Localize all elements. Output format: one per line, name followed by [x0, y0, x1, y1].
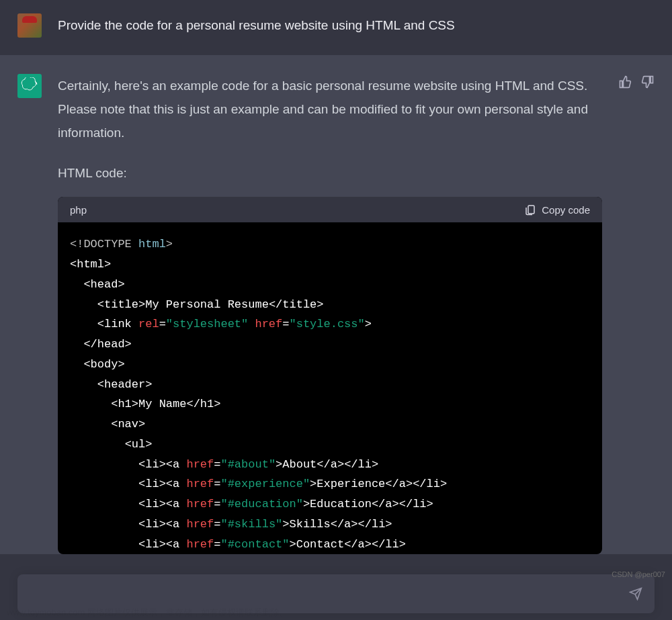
openai-logo-icon [21, 77, 38, 95]
code-section-label: HTML code: [58, 166, 602, 181]
svg-rect-0 [528, 206, 534, 214]
clipboard-icon [524, 204, 536, 216]
copy-code-label: Copy code [542, 204, 590, 216]
code-language-label: php [70, 204, 87, 216]
thumbs-up-icon[interactable] [618, 75, 632, 89]
watermark-small: CSDN @per007 [612, 570, 665, 578]
code-block: php Copy code <!DOCTYPE html> <html> <he… [58, 197, 602, 554]
code-body: <!DOCTYPE html> <html> <head> <title>My … [58, 222, 602, 554]
user-prompt-text: Provide the code for a personal resume w… [58, 13, 455, 38]
user-message-row: Provide the code for a personal resume w… [0, 0, 672, 55]
send-icon[interactable] [629, 587, 642, 601]
feedback-actions [618, 75, 655, 554]
assistant-message-row: Certainly, here's an example code for a … [0, 55, 672, 554]
user-avatar [17, 13, 42, 38]
code-header: php Copy code [58, 197, 602, 222]
assistant-avatar [17, 74, 42, 98]
assistant-intro-text: Certainly, here's an example code for a … [58, 74, 602, 144]
watermark-text: www.toymoban.com 网络图片仅供展示，非存储，如有侵权请联系删除。 [7, 607, 288, 619]
copy-code-button[interactable]: Copy code [524, 204, 590, 216]
thumbs-down-icon[interactable] [641, 75, 655, 89]
assistant-body: Certainly, here's an example code for a … [58, 74, 602, 554]
